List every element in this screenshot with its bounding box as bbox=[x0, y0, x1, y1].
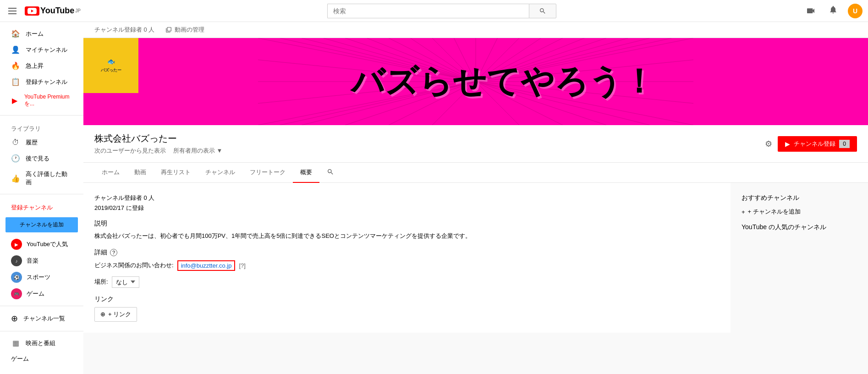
subscribe-button[interactable]: ▶ チャンネル登録 0 bbox=[778, 136, 857, 152]
header-left: YouTube JP bbox=[5, 5, 81, 17]
sidebar-channel-music[interactable]: ♪ 音楽 bbox=[0, 253, 83, 269]
channel-list-label: チャンネル一覧 bbox=[23, 314, 65, 323]
tab-videos[interactable]: 動画 bbox=[127, 163, 154, 183]
location-select[interactable]: なし bbox=[112, 276, 139, 288]
popular-channels-title: YouTube の人気のチャンネル bbox=[742, 223, 857, 231]
description-text: 株式会社バズったーは、初心者でも月間100万PV、1年間で売上高を5倍に到達でき… bbox=[94, 231, 720, 241]
sidebar-label-trending: 急上昇 bbox=[26, 62, 44, 70]
channel-tabs: ホーム 動画 再生リスト チャンネル フリートーク 概要 bbox=[83, 163, 868, 183]
subscriptions-icon: 📋 bbox=[11, 77, 20, 86]
sidebar-channel-sports[interactable]: ⚽ スポーツ bbox=[0, 269, 83, 286]
settings-icon[interactable]: ⚙ bbox=[765, 139, 772, 149]
details-label: 詳細 ? bbox=[94, 248, 720, 257]
sidebar-label-premium: YouTube Premium を... bbox=[24, 94, 72, 108]
header: YouTube JP U bbox=[0, 0, 868, 22]
channel-label-music: 音楽 bbox=[27, 257, 38, 265]
plus-icon: + bbox=[742, 209, 745, 215]
channel-body: チャンネル登録者 0 人 2019/02/17 に登録 説明 株式会社バズったー… bbox=[83, 183, 868, 333]
trending-icon: 🔥 bbox=[11, 61, 20, 70]
sidebar-item-subscriptions[interactable]: 📋 登録チャンネル bbox=[0, 74, 83, 90]
history-icon: ⏱ bbox=[11, 138, 20, 147]
description-label: 説明 bbox=[94, 220, 720, 228]
notification-icon[interactable] bbox=[826, 2, 841, 19]
business-label: ビジネス関係のお問い合わせ: bbox=[94, 261, 174, 270]
subscribe-label: チャンネル登録 bbox=[794, 140, 835, 148]
sidebar-channel-games[interactable]: 🎮 ゲーム bbox=[0, 286, 83, 302]
liked-icon: 👍 bbox=[11, 174, 20, 183]
business-email-link[interactable]: info@buzztter.co.jp bbox=[177, 260, 236, 271]
sidebar-item-history[interactable]: ⏱ 履歴 bbox=[0, 135, 83, 150]
channel-actions: ⚙ ▶ チャンネル登録 0 bbox=[765, 136, 857, 152]
channel-label-games: ゲーム bbox=[27, 290, 44, 298]
logo-text: YouTube bbox=[40, 6, 74, 16]
sidebar-label-my-channel: マイチャンネル bbox=[26, 46, 67, 54]
owner-view[interactable]: 所有者用の表示 ▼ bbox=[173, 147, 222, 155]
hamburger-menu[interactable] bbox=[5, 5, 19, 17]
watch-later-icon: 🕐 bbox=[11, 154, 20, 163]
channel-list-expand[interactable]: ⊕ チャンネル一覧 bbox=[0, 310, 83, 327]
email-help[interactable]: [?] bbox=[239, 262, 245, 269]
premium-icon: ▶ bbox=[11, 96, 19, 105]
sidebar-item-trending[interactable]: 🔥 急上昇 bbox=[0, 58, 83, 74]
registered-channels-title: 登録チャンネル bbox=[0, 198, 83, 214]
manage-videos-link[interactable]: 動画の管理 bbox=[165, 26, 204, 34]
person-icon: 👤 bbox=[11, 45, 20, 54]
channel-label: YouTubeで人気 bbox=[27, 240, 68, 248]
search-form bbox=[327, 4, 556, 18]
logo-suffix: JP bbox=[75, 8, 81, 13]
search-input[interactable] bbox=[327, 4, 529, 18]
channel-thumb-sports: ⚽ bbox=[11, 272, 22, 283]
sidebar-channel-youtube-popular[interactable]: ▶ YouTubeで人気 bbox=[0, 236, 83, 253]
sidebar-label-watch-later: 後で見る bbox=[26, 154, 49, 163]
subscribe-count: 0 bbox=[839, 140, 850, 148]
logo-area[interactable]: YouTube JP bbox=[25, 6, 81, 16]
channel-banner: 🐟バズったー bbox=[83, 38, 868, 125]
sidebar-label-history: 履歴 bbox=[26, 138, 38, 147]
tab-about[interactable]: 概要 bbox=[293, 163, 319, 183]
location-label: 場所: bbox=[94, 278, 108, 286]
add-link-button[interactable]: ⊕ + リンク bbox=[94, 307, 137, 322]
tab-search-icon[interactable] bbox=[319, 165, 341, 181]
channel-thumb-music: ♪ bbox=[11, 255, 22, 266]
details-help-icon[interactable]: ? bbox=[110, 249, 117, 256]
video-camera-icon[interactable] bbox=[803, 3, 819, 18]
sidebar-item-home[interactable]: 🏠 ホーム bbox=[0, 26, 83, 42]
registered-date: 2019/02/17 に登録 bbox=[94, 204, 720, 212]
youtube-logo bbox=[25, 6, 39, 16]
location-row: 場所: なし bbox=[94, 276, 720, 288]
tab-home[interactable]: ホーム bbox=[94, 163, 127, 183]
channel-name: 株式会社バズったー bbox=[94, 132, 222, 145]
subscriber-count-about: チャンネル登録者 0 人 bbox=[94, 194, 720, 202]
add-link-icon: ⊕ bbox=[100, 311, 105, 318]
add-channel-label: + チャンネルを追加 bbox=[748, 208, 801, 216]
tab-freetalk[interactable]: フリートーク bbox=[242, 163, 293, 183]
avatar[interactable]: U bbox=[848, 4, 863, 18]
sidebar-item-liked[interactable]: 👍 高く評価した動画 bbox=[0, 166, 83, 190]
channel-info-bar: 株式会社バズったー 次のユーザーから見た表示 所有者用の表示 ▼ ⚙ ▶ チャン… bbox=[83, 125, 868, 163]
header-right: U bbox=[803, 2, 863, 19]
expand-icon: ⊕ bbox=[11, 314, 18, 324]
sidebar-label-home: ホーム bbox=[26, 30, 44, 38]
channel-top-bar: チャンネル登録者 0 人 動画の管理 bbox=[83, 22, 868, 38]
channel-right-sidebar: おすすめチャンネル + + チャンネルを追加 YouTube の人気のチャンネル bbox=[731, 183, 868, 333]
sidebar-label-liked: 高く評価した動画 bbox=[26, 170, 72, 187]
recommend-title: おすすめチャンネル bbox=[742, 194, 857, 202]
header-center bbox=[81, 4, 803, 18]
add-channel-recommend[interactable]: + + チャンネルを追加 bbox=[742, 208, 857, 216]
search-button[interactable] bbox=[529, 4, 556, 18]
sidebar: 🏠 ホーム 👤 マイチャンネル 🔥 急上昇 📋 登録チャンネル ▶ YouTub… bbox=[0, 22, 83, 333]
channel-content: チャンネル登録者 0 人 動画の管理 🐟バズったー bbox=[83, 22, 868, 333]
business-email-row: ビジネス関係のお問い合わせ: info@buzztter.co.jp [?] bbox=[94, 260, 720, 271]
view-as[interactable]: 次のユーザーから見た表示 bbox=[94, 147, 166, 155]
sidebar-item-my-channel[interactable]: 👤 マイチャンネル bbox=[0, 42, 83, 58]
home-icon: 🏠 bbox=[11, 29, 20, 38]
add-channel-button[interactable]: チャンネルを追加 bbox=[5, 217, 78, 232]
sidebar-item-premium[interactable]: ▶ YouTube Premium を... bbox=[0, 90, 83, 111]
tab-playlists[interactable]: 再生リスト bbox=[154, 163, 198, 183]
tab-channels[interactable]: チャンネル bbox=[198, 163, 242, 183]
channel-thumb-games: 🎮 bbox=[11, 288, 22, 299]
channel-label-sports: スポーツ bbox=[27, 273, 50, 281]
sidebar-item-watch-later[interactable]: 🕐 後で見る bbox=[0, 150, 83, 166]
sidebar-label-subscriptions: 登録チャンネル bbox=[26, 78, 67, 86]
about-section: チャンネル登録者 0 人 2019/02/17 に登録 説明 株式会社バズったー… bbox=[94, 194, 720, 322]
